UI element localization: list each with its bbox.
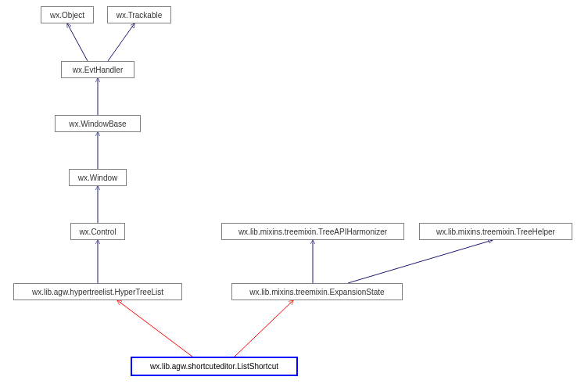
svg-line-1 [108,23,134,61]
svg-line-0 [67,23,88,61]
inheritance-diagram: wx.Object wx.Trackable wx.EvtHandler wx.… [0,0,588,391]
node-treeapiharmonizer[interactable]: wx.lib.mixins.treemixin.TreeAPIHarmonize… [221,223,404,240]
svg-line-9 [235,300,293,357]
node-listshortcut[interactable]: wx.lib.agw.shortcuteditor.ListShortcut [131,357,298,376]
node-hypertreelist[interactable]: wx.lib.agw.hypertreelist.HyperTreeList [13,283,182,300]
node-wx-object[interactable]: wx.Object [41,6,94,23]
svg-line-8 [117,300,192,357]
node-wx-evthandler[interactable]: wx.EvtHandler [61,61,134,78]
node-wx-window[interactable]: wx.Window [69,169,127,186]
node-wx-trackable[interactable]: wx.Trackable [107,6,171,23]
node-wx-control[interactable]: wx.Control [70,223,125,240]
node-wx-windowbase[interactable]: wx.WindowBase [55,115,141,132]
node-expansionstate[interactable]: wx.lib.mixins.treemixin.ExpansionState [231,283,403,300]
node-treehelper[interactable]: wx.lib.mixins.treemixin.TreeHelper [419,223,572,240]
diagram-edges [0,0,588,391]
svg-line-7 [348,240,493,283]
